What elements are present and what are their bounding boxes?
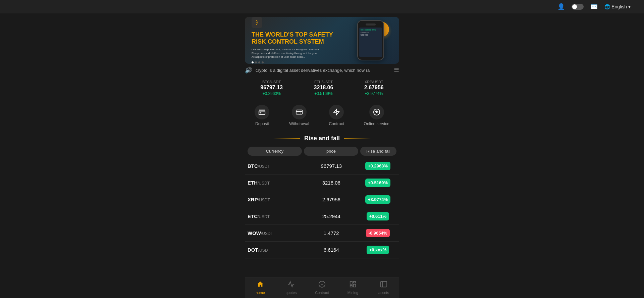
quotes-icon xyxy=(287,281,295,290)
row-price-eth: 3218.06 xyxy=(304,180,360,186)
action-contract[interactable]: Contract xyxy=(329,105,344,126)
svg-rect-13 xyxy=(354,284,356,287)
rise-fall-section: Rise and fall Currency price Rise and fa… xyxy=(245,132,399,262)
row-currency-eth: ETH/USDT xyxy=(248,180,304,186)
ticker-eth-pair: ETH/USDT xyxy=(314,80,333,84)
svg-rect-15 xyxy=(381,282,387,287)
rise-fall-header: Rise and fall xyxy=(245,135,399,142)
globe-icon: 🌐 xyxy=(604,4,610,9)
ticker-eth-price: 3218.06 xyxy=(314,85,333,91)
ticker-xrp-pair: XRP/USDT xyxy=(364,80,384,84)
table-row[interactable]: DOT/USDT 6.6164 +0.xxx% xyxy=(245,242,399,258)
contract-label: Contract xyxy=(329,121,344,126)
speaker-icon: 🔊 xyxy=(245,66,252,74)
banner-logo: ₿ xyxy=(252,17,262,28)
banner-dot-3[interactable] xyxy=(258,61,260,63)
banner-dot-2[interactable] xyxy=(255,61,257,63)
rise-fall-title: Rise and fall xyxy=(304,135,340,142)
row-price-wow: 1.4772 xyxy=(304,230,360,236)
table-row[interactable]: ETC/USDT 25.2944 +0.611% xyxy=(245,208,399,225)
row-price-dot: 6.6164 xyxy=(304,247,360,253)
row-currency-xrp: XRP/USDT xyxy=(248,197,304,203)
nav-home-label: home xyxy=(256,291,265,295)
toggle-thumb xyxy=(572,4,577,9)
toggle-track[interactable] xyxy=(572,4,584,10)
row-price-etc: 25.2944 xyxy=(304,213,360,219)
phone-notch xyxy=(366,23,376,26)
ticker-eth[interactable]: ETH/USDT 3218.06 +0.5169% xyxy=(314,80,333,96)
table-row[interactable]: ETH/USDT 3218.06 +0.5169% xyxy=(245,175,399,191)
menu-icon[interactable]: ☰ xyxy=(394,66,399,74)
row-change-wow: -0.9654% xyxy=(359,229,396,237)
price-tickers: BTC/USDT 96797.13 +0.2963% ETH/USDT 3218… xyxy=(245,77,399,99)
contract-icon xyxy=(329,105,344,119)
table-row[interactable]: XRP/USDT 2.67956 +3.9774% xyxy=(245,191,399,208)
assets-icon xyxy=(380,281,387,290)
svg-rect-3 xyxy=(296,110,302,114)
row-currency-etc: ETC/USDT xyxy=(248,213,304,219)
th-currency-pill: Currency xyxy=(248,147,302,156)
market-table: BTC/USDT 96797.13 +0.2963% ETH/USDT 3218… xyxy=(245,158,399,258)
action-online-service[interactable]: Online service xyxy=(364,105,389,126)
banner: ₿ THE WORLD'S TOP SAFETY RISK CONTROL SY… xyxy=(245,17,399,64)
th-price-pill: price xyxy=(304,147,358,156)
quick-actions: Deposit Withdrawal Contract Online servi… xyxy=(245,99,399,132)
row-change-dot: +0.xxx% xyxy=(359,246,396,254)
ticker-btc-change: +0.2963% xyxy=(260,91,283,96)
ticker-btc[interactable]: BTC/USDT 96797.13 +0.2963% xyxy=(260,80,283,96)
row-price-xrp: 2.67956 xyxy=(304,197,360,202)
nav-assets-label: assets xyxy=(378,291,389,295)
table-header: Currency price Rise and fall xyxy=(245,147,399,156)
banner-dot-4[interactable] xyxy=(262,61,264,63)
banner-title: THE WORLD'S TOP SAFETY RISK CONTROL SYST… xyxy=(252,31,349,46)
ticker-btc-pair: BTC/USDT xyxy=(260,80,283,84)
table-row[interactable]: WOW/USDT 1.4772 -0.9654% xyxy=(245,225,399,242)
top-bar: 👤 ✉️ 🌐 English ▾ xyxy=(0,0,644,13)
row-currency-btc: BTC/USDT xyxy=(248,163,304,169)
mining-icon xyxy=(349,281,357,290)
ticker-xrp[interactable]: XRP/USDT 2.67956 +3.9774% xyxy=(364,80,384,96)
action-withdrawal[interactable]: Withdrawal xyxy=(289,105,309,126)
contract-nav-icon xyxy=(318,281,326,290)
phone-mockup: 0.01663561 BTC Exchange Fee USD 0.00 xyxy=(357,20,384,60)
deposit-icon xyxy=(255,105,269,119)
nav-quotes[interactable]: quotes xyxy=(283,281,300,295)
svg-point-7 xyxy=(376,111,377,113)
nav-mining-label: Mining xyxy=(347,291,358,295)
withdrawal-icon xyxy=(292,105,307,119)
banner-phone: ₿ 0.01663561 BTC Exchange Fee USD 0.00 xyxy=(349,18,392,62)
mail-icon[interactable]: ✉️ xyxy=(590,3,598,10)
nav-home[interactable]: home xyxy=(252,281,269,295)
th-currency: Currency xyxy=(248,147,302,156)
row-change-eth: +0.5169% xyxy=(359,179,396,187)
nav-mining[interactable]: Mining xyxy=(344,281,361,295)
language-selector[interactable]: 🌐 English ▾ xyxy=(604,4,631,9)
theme-toggle[interactable] xyxy=(572,4,584,10)
marquee-bar: 🔊 crypto is a digital asset derivatives … xyxy=(245,64,399,77)
action-deposit[interactable]: Deposit xyxy=(255,105,269,126)
bottom-nav: home quotes Contract Mining assets xyxy=(245,278,399,298)
row-currency-dot: DOT/USDT xyxy=(248,247,304,253)
th-change: Rise and fall xyxy=(360,147,396,156)
ticker-xrp-price: 2.67956 xyxy=(364,85,384,91)
table-row[interactable]: BTC/USDT 96797.13 +0.2963% xyxy=(245,158,399,175)
marquee-text: crypto is a digital asset derivatives ex… xyxy=(256,68,390,73)
online-service-label: Online service xyxy=(364,121,389,126)
svg-rect-11 xyxy=(350,282,352,284)
rise-fall-line-left xyxy=(273,138,300,139)
svg-rect-0 xyxy=(259,110,265,111)
nav-quotes-label: quotes xyxy=(285,291,297,295)
user-icon[interactable]: 👤 xyxy=(557,3,565,10)
banner-text-area: ₿ THE WORLD'S TOP SAFETY RISK CONTROL SY… xyxy=(252,17,349,64)
row-currency-wow: WOW/USDT xyxy=(248,230,304,236)
svg-rect-12 xyxy=(354,282,356,283)
banner-dot-1[interactable] xyxy=(252,61,254,63)
rise-fall-line-right xyxy=(344,138,371,139)
svg-rect-2 xyxy=(260,112,262,113)
nav-contract[interactable]: Contract xyxy=(314,281,330,295)
online-service-icon xyxy=(369,105,384,119)
nav-assets[interactable]: assets xyxy=(375,281,392,295)
row-change-btc: +0.2963% xyxy=(359,162,396,170)
svg-rect-14 xyxy=(350,286,352,287)
svg-marker-5 xyxy=(334,109,339,115)
